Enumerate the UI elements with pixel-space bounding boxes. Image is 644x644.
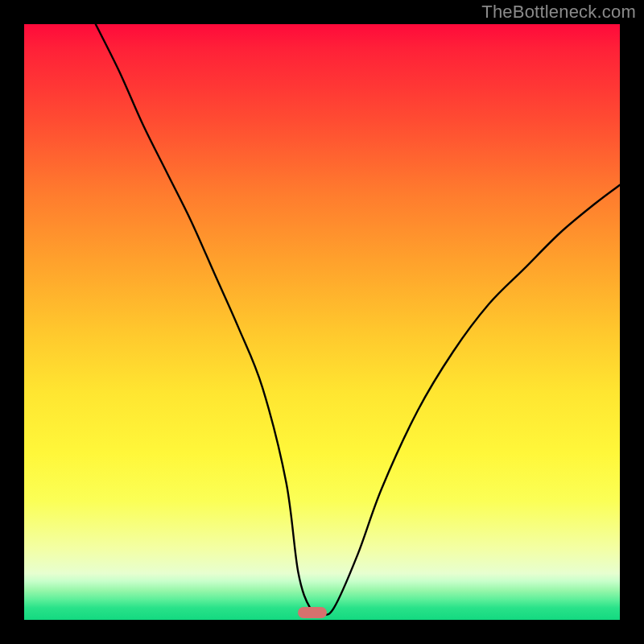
- watermark-text: TheBottleneck.com: [481, 2, 636, 23]
- chart-frame: TheBottleneck.com: [0, 0, 644, 644]
- plot-area: [24, 24, 620, 620]
- bottleneck-curve: [24, 24, 620, 620]
- bottleneck-marker: [298, 607, 327, 618]
